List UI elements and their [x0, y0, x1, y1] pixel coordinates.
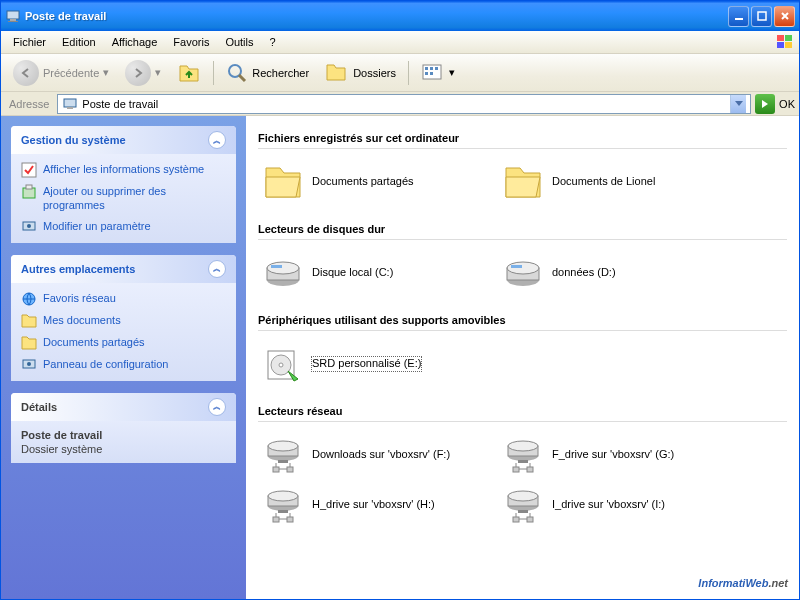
- item-label: I_drive sur 'vboxsrv' (I:): [552, 498, 665, 511]
- back-icon: [13, 60, 39, 86]
- svg-rect-6: [785, 35, 792, 41]
- task-label: Panneau de configuration: [43, 357, 168, 371]
- network-icon: [21, 291, 37, 307]
- address-label: Adresse: [5, 98, 53, 110]
- svg-rect-7: [777, 42, 784, 48]
- toolbar-separator: [408, 61, 409, 85]
- svg-rect-4: [758, 12, 766, 20]
- window-title: Poste de travail: [25, 10, 728, 22]
- close-button[interactable]: [774, 6, 795, 27]
- list-item[interactable]: Downloads sur 'vboxsrv' (F:): [258, 430, 498, 480]
- svg-rect-60: [527, 517, 533, 522]
- svg-rect-11: [425, 67, 428, 70]
- address-dropdown-button[interactable]: [730, 95, 746, 113]
- collapse-icon[interactable]: ︽: [208, 131, 226, 149]
- back-button[interactable]: Précédente ▾: [7, 56, 115, 90]
- item-label: F_drive sur 'vboxsrv' (G:): [552, 448, 674, 461]
- place-controlpanel[interactable]: Panneau de configuration: [21, 357, 226, 373]
- svg-point-39: [268, 441, 298, 451]
- menu-affichage[interactable]: Affichage: [104, 33, 166, 51]
- list-item[interactable]: SRD personnalisé (E:): [258, 339, 498, 389]
- collapse-icon[interactable]: ︽: [208, 260, 226, 278]
- svg-rect-47: [513, 467, 519, 472]
- item-label: Documents de Lionel: [552, 175, 655, 188]
- up-button[interactable]: [171, 57, 207, 89]
- items-grid: Disque local (C:)données (D:): [258, 248, 787, 298]
- system-tasks-header[interactable]: Gestion du système ︽: [11, 126, 236, 154]
- other-places-header[interactable]: Autres emplacements ︽: [11, 255, 236, 283]
- svg-rect-14: [425, 72, 428, 75]
- panel-title: Détails: [21, 401, 57, 413]
- menu-outils[interactable]: Outils: [217, 33, 261, 51]
- chevron-down-icon: ▾: [449, 66, 455, 79]
- titlebar[interactable]: Poste de travail: [1, 1, 799, 31]
- maximize-button[interactable]: [751, 6, 772, 27]
- forward-button[interactable]: ▾: [119, 56, 167, 90]
- folder-up-icon: [177, 61, 201, 85]
- section-header: Lecteurs réseau: [258, 401, 787, 422]
- list-item[interactable]: Documents de Lionel: [498, 157, 738, 207]
- svg-rect-52: [278, 510, 288, 513]
- views-button[interactable]: ▾: [415, 59, 461, 87]
- svg-rect-29: [271, 265, 282, 268]
- item-label: Downloads sur 'vboxsrv' (F:): [312, 448, 450, 461]
- svg-rect-2: [8, 21, 18, 22]
- svg-rect-1: [10, 19, 16, 21]
- item-label: Documents partagés: [312, 175, 414, 188]
- windows-flag-icon: [775, 33, 795, 51]
- svg-rect-8: [785, 42, 792, 48]
- svg-point-25: [27, 362, 31, 366]
- list-item[interactable]: Disque local (C:): [258, 248, 498, 298]
- disk-icon: [262, 252, 304, 294]
- panel-title: Autres emplacements: [21, 263, 135, 275]
- place-mydocs[interactable]: Mes documents: [21, 313, 226, 329]
- place-shareddocs[interactable]: Documents partagés: [21, 335, 226, 351]
- menu-help[interactable]: ?: [262, 33, 284, 51]
- svg-rect-12: [430, 67, 433, 70]
- folders-icon: [325, 62, 349, 84]
- menu-fichier[interactable]: Fichier: [5, 33, 54, 51]
- explorer-window: Poste de travail Fichier Edition Afficha…: [0, 0, 800, 600]
- programs-icon: [21, 184, 37, 200]
- list-item[interactable]: F_drive sur 'vboxsrv' (G:): [498, 430, 738, 480]
- my-computer-icon: [62, 96, 78, 112]
- collapse-icon[interactable]: ︽: [208, 398, 226, 416]
- netdrive-icon: [262, 484, 304, 526]
- svg-point-36: [279, 363, 283, 367]
- svg-rect-41: [273, 467, 279, 472]
- list-item[interactable]: I_drive sur 'vboxsrv' (I:): [498, 480, 738, 530]
- details-type: Dossier système: [21, 443, 226, 455]
- items-grid: Downloads sur 'vboxsrv' (F:)F_drive sur …: [258, 430, 787, 530]
- disk-icon: [502, 252, 544, 294]
- item-label: données (D:): [552, 266, 616, 279]
- task-label: Mes documents: [43, 313, 121, 327]
- address-field[interactable]: Poste de travail: [57, 94, 751, 114]
- svg-rect-5: [777, 35, 784, 41]
- system-tasks-panel: Gestion du système ︽ Afficher les inform…: [11, 126, 236, 243]
- go-button[interactable]: [755, 94, 775, 114]
- svg-rect-53: [273, 517, 279, 522]
- watermark-text: InformatiWeb: [698, 577, 768, 589]
- other-places-panel: Autres emplacements ︽ Favoris réseau Mes…: [11, 255, 236, 381]
- forward-icon: [125, 60, 151, 86]
- minimize-button[interactable]: [728, 6, 749, 27]
- search-button[interactable]: Rechercher: [220, 58, 315, 88]
- folders-button[interactable]: Dossiers: [319, 58, 402, 88]
- menu-edition[interactable]: Edition: [54, 33, 104, 51]
- details-name: Poste de travail: [21, 429, 226, 441]
- list-item[interactable]: H_drive sur 'vboxsrv' (H:): [258, 480, 498, 530]
- toolbar: Précédente ▾ ▾ Rechercher Dossiers ▾: [1, 54, 799, 92]
- task-change-setting[interactable]: Modifier un paramètre: [21, 219, 226, 235]
- task-system-info[interactable]: Afficher les informations système: [21, 162, 226, 178]
- task-add-remove[interactable]: Ajouter ou supprimer des programmes: [21, 184, 226, 213]
- details-header[interactable]: Détails ︽: [11, 393, 236, 421]
- list-item[interactable]: Documents partagés: [258, 157, 498, 207]
- panel-title: Gestion du système: [21, 134, 126, 146]
- menu-favoris[interactable]: Favoris: [165, 33, 217, 51]
- task-label: Modifier un paramètre: [43, 219, 151, 233]
- list-item[interactable]: données (D:): [498, 248, 738, 298]
- place-network[interactable]: Favoris réseau: [21, 291, 226, 307]
- svg-rect-20: [26, 185, 32, 189]
- items-grid: Documents partagésDocuments de Lionel: [258, 157, 787, 207]
- watermark-suffix: .net: [768, 577, 788, 589]
